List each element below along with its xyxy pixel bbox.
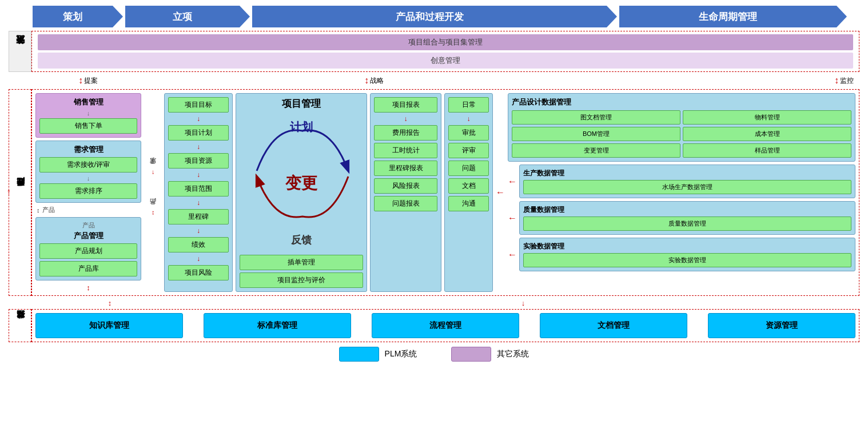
proj-item-4: 里程碑 bbox=[168, 209, 229, 224]
plm-legend-label: PLM系统 bbox=[385, 349, 417, 359]
proj-item-6: 项目风险 bbox=[168, 265, 229, 280]
foundation-item-2: 流程管理 bbox=[372, 313, 519, 338]
reports-col: 项目报表 ↓ 费用报告 工时统计 里程碑报表 风险报表 问题报表 bbox=[370, 93, 441, 292]
exp-data-title: 实验数据管理 bbox=[523, 242, 851, 251]
design-item-1: 物料管理 bbox=[683, 110, 851, 125]
arrow-row: ↕ 提案 ↕ 战略 ↕ 监控 bbox=[33, 74, 859, 87]
plm-legend: PLM系统 bbox=[339, 347, 417, 362]
product-item-1: 产品规划 bbox=[39, 243, 137, 259]
daily-item-2: 评审 bbox=[448, 143, 489, 158]
plugdan-item: 插单管理 bbox=[240, 255, 363, 270]
design-item-0: 图文档管理 bbox=[512, 110, 680, 125]
cycle-area: 计划 变更 反馈 bbox=[240, 114, 363, 252]
center-panel: 项目管理 bbox=[236, 93, 367, 292]
right-panel: 产品设计数据管理 图文档管理 物料管理 BOM管理 成本管理 变更管理 样品管理… bbox=[508, 93, 855, 292]
quality-data-item: 质量数据管理 bbox=[523, 216, 851, 231]
daily-item-4: 文档 bbox=[448, 178, 489, 194]
proj-item-5: 绩效 bbox=[168, 237, 229, 252]
foundation-item-3: 文档管理 bbox=[540, 313, 687, 338]
report-item-1: 费用报告 bbox=[374, 125, 437, 141]
phase-3: 产品和过程开发 bbox=[252, 6, 607, 27]
product-item-2: 产品库 bbox=[39, 261, 137, 276]
report-item-4: 风险报表 bbox=[374, 178, 437, 194]
down-arrow-row: ↕ ↓ bbox=[33, 298, 859, 308]
demand-connector: ←需求 bbox=[149, 169, 157, 175]
foundation-item-4: 资源管理 bbox=[708, 313, 855, 338]
report-item-2: 工时统计 bbox=[374, 143, 437, 158]
product-connector: ↔产品 bbox=[149, 210, 157, 216]
report-item-5: 问题报表 bbox=[374, 196, 437, 211]
report-item-0: 项目报表 bbox=[374, 97, 437, 113]
phase-4: 生命周期管理 bbox=[619, 6, 837, 27]
strategy-indicator: ↕ 战略 bbox=[364, 75, 384, 86]
prod-data-title: 生产数据管理 bbox=[523, 169, 851, 178]
process-label: 产品开发过程 → bbox=[9, 89, 31, 296]
change-label: 变更 bbox=[285, 173, 317, 194]
product-title: 产品管理 bbox=[39, 231, 137, 241]
phase-1: 策划 bbox=[33, 6, 113, 27]
foundation-label: 基础支撑 bbox=[9, 309, 31, 342]
legend-row: PLM系统 其它系统 bbox=[9, 347, 859, 362]
product-label: 产品 bbox=[39, 221, 137, 230]
foundation-item-0: 知识库管理 bbox=[35, 313, 183, 338]
exp-data-box: 实验数据管理 实验数据管理 bbox=[519, 238, 855, 271]
proj-mgmt-title: 项目管理 bbox=[240, 97, 363, 110]
quality-data-title: 质量数据管理 bbox=[523, 205, 851, 215]
daily-item-5: 沟通 bbox=[448, 196, 489, 211]
ops-label: 运营决策 bbox=[9, 31, 31, 72]
foundation-section: 基础支撑 知识库管理 标准库管理 流程管理 文档管理 资源管理 bbox=[9, 309, 859, 342]
design-item-4: 变更管理 bbox=[512, 143, 680, 158]
demand-title: 需求管理 bbox=[39, 145, 137, 155]
left-col: 销售管理 ↓ 销售下单 需求管理 需求接收/评审 ↓ 需求排序 ↕ 产品 bbox=[35, 93, 141, 292]
plan-label: 计划 bbox=[290, 119, 313, 135]
product-mgmt-box: 产品 产品管理 产品规划 产品库 bbox=[35, 217, 141, 280]
other-legend: 其它系统 bbox=[451, 347, 529, 362]
main-content-area: 产品开发过程 → 销售管理 ↓ 销售下单 需求管理 需求接收/评审 ↓ 需求排序 bbox=[9, 89, 859, 296]
proj-items-col: 项目目标 ↓ 项目计划 ↓ 项目资源 ↓ 项目范围 ↓ 里程碑 ↓ 绩效 ↓ 项… bbox=[164, 93, 233, 292]
monitor-indicator: ↕ 监控 bbox=[834, 75, 854, 86]
prod-data-item: 水场生产数据管理 bbox=[523, 180, 851, 194]
proposal-indicator: ↕ 提案 bbox=[78, 75, 98, 86]
product-connector-label: 产品 bbox=[42, 206, 55, 214]
demand-box: 需求管理 需求接收/评审 ↓ 需求排序 bbox=[35, 141, 141, 203]
daily-item-1: 审批 bbox=[448, 125, 489, 141]
inner-content: 销售管理 ↓ 销售下单 需求管理 需求接收/评审 ↓ 需求排序 ↕ 产品 bbox=[31, 89, 859, 296]
proj-item-1: 项目计划 bbox=[168, 125, 229, 141]
connector-col: ←需求 ↔产品 bbox=[144, 93, 161, 292]
main-container: 策划 立项 产品和过程开发 生命周期管理 运营决策 项目组合与项目集管理 创意管… bbox=[0, 0, 868, 370]
feedback-label: 反馈 bbox=[291, 233, 312, 247]
monitor-item: 项目监控与评价 bbox=[240, 272, 363, 288]
exp-data-item: 实验数据管理 bbox=[523, 253, 851, 267]
daily-col: 日常 ↓ 审批 评审 问题 文档 沟通 bbox=[444, 93, 493, 292]
sales-item: 销售下单 bbox=[39, 118, 137, 134]
demand-item-2: 需求排序 bbox=[39, 183, 137, 199]
daily-item-3: 问题 bbox=[448, 161, 489, 176]
prod-data-box: 生产数据管理 水场生产数据管理 bbox=[519, 165, 855, 198]
ops-bar-1: 项目组合与项目集管理 bbox=[38, 34, 853, 50]
demand-item-1: 需求接收/评审 bbox=[39, 157, 137, 173]
other-legend-label: 其它系统 bbox=[497, 349, 529, 359]
report-item-3: 里程碑报表 bbox=[374, 161, 437, 176]
sales-title: 销售管理 bbox=[39, 97, 137, 107]
proj-item-3: 项目范围 bbox=[168, 181, 229, 197]
design-data-title: 产品设计数据管理 bbox=[512, 97, 851, 107]
sales-box: 销售管理 ↓ 销售下单 bbox=[35, 93, 141, 138]
foundation-items: 知识库管理 标准库管理 流程管理 文档管理 资源管理 bbox=[31, 309, 859, 342]
ops-section: 运营决策 项目组合与项目集管理 创意管理 bbox=[9, 31, 859, 72]
foundation-item-1: 标准库管理 bbox=[204, 313, 351, 338]
proj-item-2: 项目资源 bbox=[168, 153, 229, 169]
plm-legend-box bbox=[339, 347, 379, 362]
ops-bar-2: 创意管理 bbox=[38, 53, 853, 69]
design-item-3: 成本管理 bbox=[683, 127, 851, 141]
design-data-grid: 图文档管理 物料管理 BOM管理 成本管理 变更管理 样品管理 bbox=[512, 110, 851, 158]
design-item-5: 样品管理 bbox=[683, 143, 851, 158]
other-legend-box bbox=[451, 347, 491, 362]
daily-item-0: 日常 bbox=[448, 97, 489, 113]
quality-data-box: 质量数据管理 质量数据管理 bbox=[519, 201, 855, 235]
design-data-box: 产品设计数据管理 图文档管理 物料管理 BOM管理 成本管理 变更管理 样品管理 bbox=[508, 93, 855, 162]
ops-content: 项目组合与项目集管理 创意管理 bbox=[31, 31, 859, 72]
phase-header: 策划 立项 产品和过程开发 生命周期管理 bbox=[33, 6, 859, 27]
design-item-2: BOM管理 bbox=[512, 127, 680, 141]
phase-2: 立项 bbox=[125, 6, 240, 27]
proj-item-0: 项目目标 bbox=[168, 97, 229, 113]
